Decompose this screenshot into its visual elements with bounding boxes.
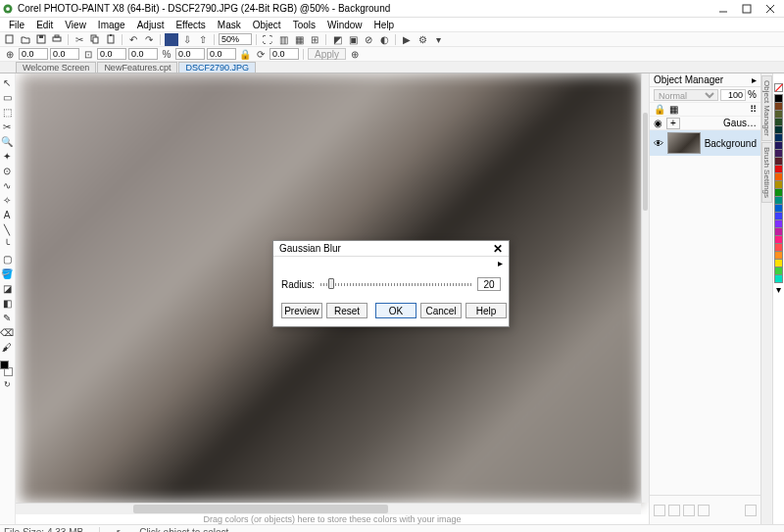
new-lens-icon[interactable] [668, 505, 680, 516]
effect-tool[interactable]: ✧ [0, 193, 14, 207]
options-icon[interactable]: ⚙ [416, 33, 429, 46]
color-swatches[interactable] [0, 361, 14, 376]
menu-adjust[interactable]: Adjust [132, 20, 170, 30]
reset-button[interactable]: Reset [326, 303, 368, 318]
opacity-input[interactable] [720, 89, 746, 101]
slider-thumb[interactable] [328, 278, 334, 289]
docker-tab-hints[interactable]: Brush Settings [761, 142, 772, 203]
menu-image[interactable]: Image [93, 20, 130, 30]
launcher-icon[interactable]: ▶ [400, 33, 414, 46]
copy-icon[interactable] [88, 33, 102, 46]
layer-thumb-icon[interactable]: ◉ [654, 118, 662, 128]
clear-mask-icon[interactable]: ⊘ [362, 33, 375, 46]
apply-button[interactable]: Apply [308, 48, 346, 60]
tab-newfeatures[interactable]: NewFeatures.cpt [97, 62, 177, 73]
menu-mask[interactable]: Mask [213, 20, 246, 30]
size-h-input[interactable] [128, 48, 158, 60]
grid-icon[interactable]: ▦ [292, 33, 306, 46]
guidelines-icon[interactable]: ⊞ [308, 33, 321, 46]
mask-marquee-icon[interactable]: ▣ [346, 33, 360, 46]
group-icon[interactable] [698, 505, 710, 516]
dialog-expand-icon[interactable]: ▸ [498, 258, 503, 268]
redeye-tool[interactable]: ⊙ [0, 164, 14, 177]
delete-layer-icon[interactable] [745, 505, 757, 516]
eyedropper-tool[interactable]: ✎ [0, 311, 14, 324]
import-icon[interactable]: ⇩ [180, 33, 194, 46]
mask-transform-tool[interactable]: ⬚ [0, 105, 14, 119]
pick-tool[interactable]: ↖ [0, 75, 14, 89]
tab-welcome[interactable]: Welcome Screen [16, 62, 96, 73]
paint-tool[interactable]: 🖌 [0, 340, 14, 354]
lock-icon[interactable]: 🔒 [654, 104, 665, 115]
menu-view[interactable]: View [60, 20, 91, 30]
close-button[interactable] [759, 1, 782, 17]
dialog-close-icon[interactable]: ✕ [493, 242, 503, 256]
menu-effects[interactable]: Effects [171, 20, 210, 30]
panel-menu-icon[interactable]: ▸ [752, 74, 757, 85]
blend-mode-select[interactable]: Normal [654, 89, 718, 101]
palette-scroll-icon[interactable]: ▾ [776, 284, 781, 295]
transparency-tool[interactable]: ◧ [0, 296, 14, 310]
redo-icon[interactable]: ↷ [142, 33, 156, 46]
clone-tool[interactable]: ✦ [0, 149, 14, 163]
minimize-button[interactable] [711, 1, 735, 17]
no-color-swatch[interactable] [774, 83, 783, 92]
pos-y-input[interactable] [50, 48, 79, 60]
scale-y-input[interactable] [207, 48, 236, 60]
menu-tools[interactable]: Tools [288, 20, 320, 30]
cancel-button[interactable]: Cancel [420, 303, 462, 318]
menu-help[interactable]: Help [369, 20, 400, 30]
maximize-button[interactable] [735, 1, 759, 17]
zoom-tool[interactable]: 🔍 [0, 134, 14, 148]
layer-options-icon[interactable]: ⠿ [750, 104, 757, 115]
ok-button[interactable]: OK [375, 303, 416, 318]
invert-mask-icon[interactable]: ◐ [377, 33, 391, 46]
export-icon[interactable]: ⇧ [196, 33, 210, 46]
rect-tool[interactable]: ▢ [0, 252, 14, 266]
radius-slider[interactable] [320, 279, 471, 289]
open-icon[interactable] [19, 33, 32, 46]
save-icon[interactable] [34, 33, 48, 46]
mask-overlay-icon[interactable]: ◩ [330, 33, 344, 46]
foreground-color-swatch[interactable] [0, 361, 9, 369]
foreground-color-icon[interactable] [165, 33, 178, 46]
help-button[interactable]: Help [466, 303, 507, 318]
new-object-icon[interactable] [654, 505, 665, 516]
tab-current[interactable]: DSCF2790.JPG [178, 62, 256, 73]
layer-background[interactable]: 👁 Background [650, 130, 760, 156]
docker-tab-object-manager[interactable]: Object Manager [761, 75, 772, 141]
print-icon[interactable] [50, 33, 64, 46]
palette-swatch[interactable] [774, 274, 783, 283]
rulers-icon[interactable]: ▥ [276, 33, 290, 46]
new-icon[interactable] [3, 33, 17, 46]
text-tool[interactable]: A [0, 208, 14, 221]
horizontal-scrollbar[interactable] [16, 503, 641, 514]
mask-rect-tool[interactable]: ▭ [0, 90, 14, 104]
undo-icon[interactable]: ↶ [126, 33, 140, 46]
path-tool[interactable]: ╰ [0, 237, 14, 251]
radius-value-input[interactable] [477, 277, 501, 291]
lock-pixels-icon[interactable]: ▦ [669, 104, 678, 115]
menu-edit[interactable]: Edit [31, 20, 58, 30]
line-tool[interactable]: ╲ [0, 222, 14, 236]
smear-tool[interactable]: ∿ [0, 178, 14, 192]
combine-icon[interactable] [683, 505, 695, 516]
eraser-tool[interactable]: ⌫ [0, 325, 14, 339]
vertical-scrollbar[interactable] [641, 73, 649, 503]
scale-x-input[interactable] [175, 48, 205, 60]
menu-window[interactable]: Window [322, 20, 368, 30]
zoom-level-input[interactable] [219, 33, 252, 45]
paste-icon[interactable] [104, 33, 118, 46]
size-w-input[interactable] [97, 48, 126, 60]
more-icon[interactable]: ▾ [431, 33, 445, 46]
lock-ratio-icon[interactable]: 🔒 [238, 48, 252, 61]
fill-tool[interactable]: 🪣 [0, 266, 14, 280]
visibility-icon[interactable]: 👁 [654, 138, 663, 149]
fullscreen-icon[interactable]: ⛶ [261, 33, 274, 46]
new-layer-button[interactable]: + [666, 118, 680, 129]
effect-label[interactable]: Gaus… [723, 118, 757, 128]
crop-tool[interactable]: ✂ [0, 120, 14, 133]
cut-icon[interactable]: ✂ [73, 33, 86, 46]
dropshadow-tool[interactable]: ◪ [0, 281, 14, 295]
pos-x-input[interactable] [19, 48, 48, 60]
